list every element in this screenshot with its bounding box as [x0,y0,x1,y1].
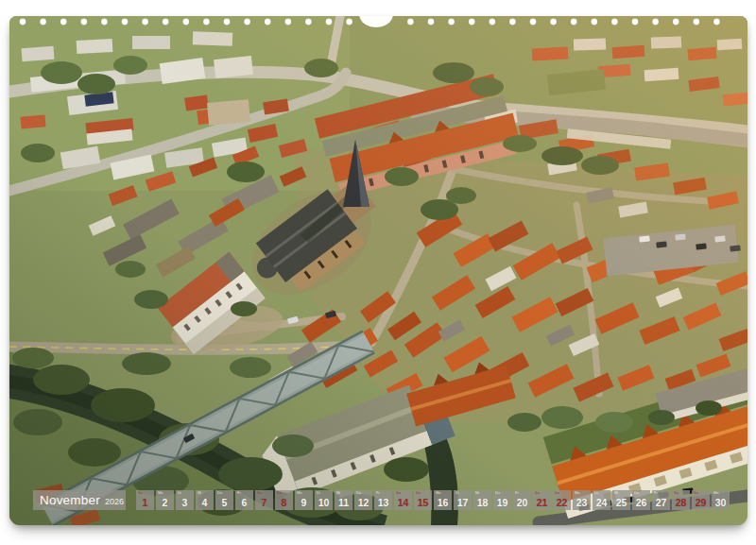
punch-hole [265,19,271,26]
punch-hole [571,19,577,26]
punch-hole [448,19,455,26]
month-label: November [40,493,100,507]
day-cell: Mi18 [473,490,491,510]
day-number: 28 [672,497,690,508]
punch-hole [182,19,189,26]
day-number: 13 [374,497,392,508]
day-cell: Do5 [215,490,233,510]
punch-hole [80,19,87,26]
day-number: 18 [473,497,491,508]
day-number: 26 [632,497,650,508]
weekday-abbr: Mo [436,491,441,495]
day-number: 25 [612,497,630,508]
day-cell: So1 [136,490,154,510]
day-number: 1 [136,497,154,508]
punch-hole [60,19,67,26]
punch-hole [611,19,618,26]
day-number: 8 [275,497,293,508]
punch-hole [693,19,699,26]
day-number: 5 [215,497,233,508]
punch-hole [591,19,597,26]
weekday-abbr: Do [217,491,222,495]
weekday-abbr: Mo [713,491,719,495]
punch-hole [142,19,148,26]
weekday-abbr: So [555,491,559,495]
day-cell: Sa14 [394,490,412,510]
day-cell: Mo23 [573,490,591,510]
day-cell: Di10 [315,490,333,510]
day-number: 2 [156,497,174,508]
day-number: 16 [434,497,452,508]
day-number: 24 [593,497,610,508]
weekday-abbr: Fr [515,491,519,495]
day-number: 21 [533,497,551,508]
weekday-abbr: Di [594,491,598,495]
punch-hole [407,19,414,26]
weekday-abbr: Mi [198,491,201,495]
punch-hole [632,19,639,26]
day-cell: Di3 [176,490,194,510]
corner-shadow [9,16,747,525]
weekday-abbr: Mo [158,491,163,495]
weekday-abbr: Mo [297,491,302,495]
day-cell: Fr20 [513,490,531,510]
day-cell: Mo9 [295,490,313,510]
day-number: 19 [493,497,511,508]
day-cell: So29 [692,490,710,510]
day-number: 29 [692,497,710,508]
day-number: 11 [335,497,352,508]
day-cell: Mo16 [434,490,452,510]
year-label: 2026 [105,497,124,506]
day-cell: So22 [553,490,571,510]
punch-hole [284,19,291,26]
weekday-abbr: Di [317,491,320,495]
weekday-abbr: Do [356,491,361,495]
weekday-abbr: Di [455,491,459,495]
day-cell: Mi4 [196,490,214,510]
weekday-abbr: Mi [614,491,618,495]
day-cell: Mi11 [335,490,352,510]
weekday-abbr: Fr [237,491,241,495]
punch-hole [550,19,557,26]
punch-hole [428,19,435,26]
weekday-abbr: Sa [535,491,540,495]
day-cell: Fr6 [235,490,253,510]
day-number: 27 [652,497,670,508]
punch-hole [673,19,679,26]
punch-hole [203,19,210,26]
day-number: 22 [553,497,571,508]
punch-hole [305,19,312,26]
day-number: 12 [354,497,372,508]
punch-hole [122,19,129,26]
day-number: 9 [295,497,313,508]
weekday-abbr: Do [634,491,639,495]
weekday-abbr: So [694,491,698,495]
punch-hole [509,19,516,26]
punch-hole [489,19,495,26]
calendar-page: November 2026 So1Mo2Di3Mi4Do5Fr6Sa7So8Mo… [9,16,747,525]
weekday-abbr: Fr [376,491,380,495]
day-number: 23 [573,497,591,508]
day-cell: Sa28 [672,490,690,510]
weekday-abbr: Sa [396,491,401,495]
day-number: 20 [513,497,531,508]
weekday-abbr: Sa [257,491,262,495]
day-number: 14 [394,497,412,508]
weekday-abbr: So [277,491,282,495]
day-cell: Do26 [632,490,650,510]
calendar-product-shot: November 2026 So1Mo2Di3Mi4Do5Fr6Sa7So8Mo… [0,0,756,545]
weekday-abbr: Mi [475,491,479,495]
day-number: 4 [196,497,214,508]
day-cell: Do19 [493,490,511,510]
day-cell: Mo2 [156,490,174,510]
day-cell: Sa21 [533,490,551,510]
punch-hole [224,19,231,26]
punch-hole [40,19,46,26]
punch-hole [163,19,169,26]
day-cell: Mi25 [612,490,630,510]
day-cell: Di24 [593,490,610,510]
day-cell: Fr13 [374,490,392,510]
day-cell: Sa7 [255,490,273,510]
day-number: 30 [712,497,730,508]
weekday-abbr: Sa [674,491,679,495]
